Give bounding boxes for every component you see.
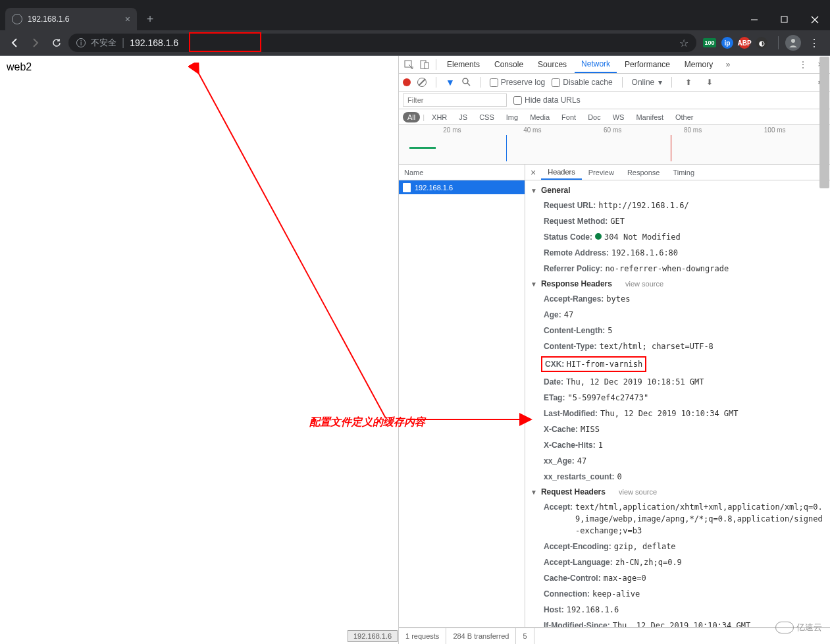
annotation-box [189, 32, 261, 52]
header-row: Request URL: http://192.168.1.6/ [525, 198, 830, 213]
tab-timing[interactable]: Timing [666, 165, 701, 180]
new-tab-button[interactable]: + [141, 10, 159, 28]
device-icon[interactable] [417, 60, 432, 69]
tab-preview[interactable]: Preview [582, 165, 621, 180]
filter-input[interactable] [403, 94, 507, 107]
address-bar[interactable]: i 不安全 | 192.168.1.6 ☆ [68, 34, 696, 52]
hide-data-urls-checkbox[interactable]: Hide data URLs [513, 95, 581, 105]
header-row: Date: Thu, 12 Dec 2019 10:18:51 GMT [525, 374, 830, 390]
tab-headers[interactable]: Headers [541, 165, 582, 180]
tab-memory[interactable]: Memory [678, 56, 719, 73]
record-button[interactable] [403, 78, 411, 86]
ext-circle-icon[interactable]: ◐ [756, 37, 767, 49]
close-window-button[interactable] [800, 9, 830, 30]
tab-sources[interactable]: Sources [531, 56, 573, 73]
clear-button[interactable] [417, 78, 427, 87]
response-headers-section[interactable]: ▼Response Headersview source [525, 277, 830, 291]
page-viewport: web2 [0, 56, 398, 644]
type-img[interactable]: Img [502, 112, 523, 122]
request-headers-section[interactable]: ▼Request Headersview source [525, 485, 830, 499]
globe-icon [12, 14, 22, 24]
svg-rect-1 [781, 16, 787, 22]
name-column-header[interactable]: Name [399, 165, 525, 180]
type-all[interactable]: All [403, 112, 420, 122]
svg-point-10 [463, 78, 468, 84]
insecure-label: 不安全 [91, 37, 117, 49]
info-icon[interactable]: i [76, 38, 86, 47]
type-css[interactable]: CSS [475, 112, 499, 122]
network-statusbar: 192.168.1.6 1 requests 284 B transferred… [399, 628, 830, 644]
forward-button[interactable] [26, 34, 45, 52]
preserve-log-checkbox[interactable]: Preserve log [490, 78, 545, 87]
search-icon[interactable] [461, 77, 471, 88]
menu-button[interactable]: ⋮ [804, 37, 825, 49]
header-row: Request Method: GET [525, 213, 830, 229]
header-row: Host: 192.168.1.6 [525, 602, 830, 618]
type-font[interactable]: Font [557, 112, 581, 122]
ext-badge-green[interactable]: 100 [703, 38, 716, 47]
back-button[interactable] [5, 34, 24, 52]
browser-toolbar: i 不安全 | 192.168.1.6 ☆ 100 ip ABP ◐ ⋮ [0, 30, 830, 55]
maximize-button[interactable] [769, 9, 800, 30]
header-row: Content-Type: text/html; charset=UTF-8 [525, 338, 830, 354]
devtools-panel: Elements Console Sources Network Perform… [398, 56, 830, 644]
inspect-icon[interactable] [402, 60, 416, 69]
throttle-select[interactable]: Online▾ [632, 78, 663, 87]
user-avatar[interactable] [785, 35, 801, 51]
header-row: Connection: keep-alive [525, 586, 830, 602]
tab-elements[interactable]: Elements [440, 56, 486, 73]
tab-title: 192.168.1.6 [28, 14, 120, 24]
more-tabs-icon[interactable]: » [721, 60, 735, 69]
tick: 20 ms [443, 126, 461, 134]
timeline-overview[interactable]: 20 ms 40 ms 60 ms 80 ms 100 ms [399, 125, 830, 165]
upload-icon[interactable]: ⬆ [681, 78, 696, 87]
type-js[interactable]: JS [454, 112, 472, 122]
watermark: 亿速云 [775, 622, 822, 633]
separator [436, 59, 436, 70]
content-area: web2 配置文件定义的缓存内容 Elements Console Source… [0, 55, 830, 644]
ext-ip-icon[interactable]: ip [721, 37, 733, 49]
type-media[interactable]: Media [525, 112, 554, 122]
request-row[interactable]: 192.168.1.6 [399, 180, 525, 194]
devtools-menu-icon[interactable]: ⋮ [796, 60, 810, 69]
type-xhr[interactable]: XHR [427, 112, 452, 122]
type-doc[interactable]: Doc [583, 112, 606, 122]
header-row: Age: 47 [525, 307, 830, 323]
timeline-bar [409, 147, 436, 149]
tab-performance[interactable]: Performance [618, 56, 677, 73]
minimize-button[interactable] [739, 9, 769, 30]
watermark-icon [775, 622, 794, 633]
header-row: CXK: HIT-from-varnish [525, 354, 830, 374]
network-toolbar: ▼ Preserve log Disable cache Online▾ ⬆ ⬇… [399, 74, 830, 92]
disable-cache-checkbox[interactable]: Disable cache [552, 78, 612, 87]
filter-icon[interactable]: ▼ [446, 77, 455, 88]
scrollbar-thumb[interactable] [819, 180, 829, 188]
general-section[interactable]: ▼General [525, 183, 830, 198]
header-row: Status Code: 304 Not Modified [525, 229, 830, 245]
tab-response[interactable]: Response [621, 165, 667, 180]
download-icon[interactable]: ⬇ [702, 78, 717, 87]
ext-abp-icon[interactable]: ABP [739, 37, 750, 49]
headers-body[interactable]: ▼General Request URL: http://192.168.1.6… [525, 180, 830, 627]
type-ws[interactable]: WS [608, 112, 629, 122]
close-tab-icon[interactable]: × [125, 14, 130, 24]
browser-tab[interactable]: 192.168.1.6 × [5, 8, 137, 30]
page-text: web2 [7, 61, 32, 72]
header-row: Cache-Control: max-age=0 [525, 570, 830, 586]
window-titlebar: 192.168.1.6 × + [0, 0, 830, 30]
tab-console[interactable]: Console [488, 56, 530, 73]
tick: 100 ms [764, 126, 786, 134]
header-row: Accept: text/html,application/xhtml+xml,… [525, 499, 830, 539]
type-manifest[interactable]: Manifest [631, 112, 668, 122]
close-detail-icon[interactable]: × [525, 167, 541, 178]
window-controls [739, 9, 830, 30]
header-row: Accept-Language: zh-CN,zh;q=0.9 [525, 554, 830, 570]
svg-point-4 [791, 39, 795, 43]
bookmark-icon[interactable]: ☆ [679, 37, 688, 49]
separator [778, 36, 779, 49]
tick: 80 ms [684, 126, 702, 134]
header-row: xx_Age: 47 [525, 453, 830, 469]
reload-button[interactable] [47, 34, 66, 52]
tab-network[interactable]: Network [575, 56, 617, 73]
type-other[interactable]: Other [671, 112, 698, 122]
